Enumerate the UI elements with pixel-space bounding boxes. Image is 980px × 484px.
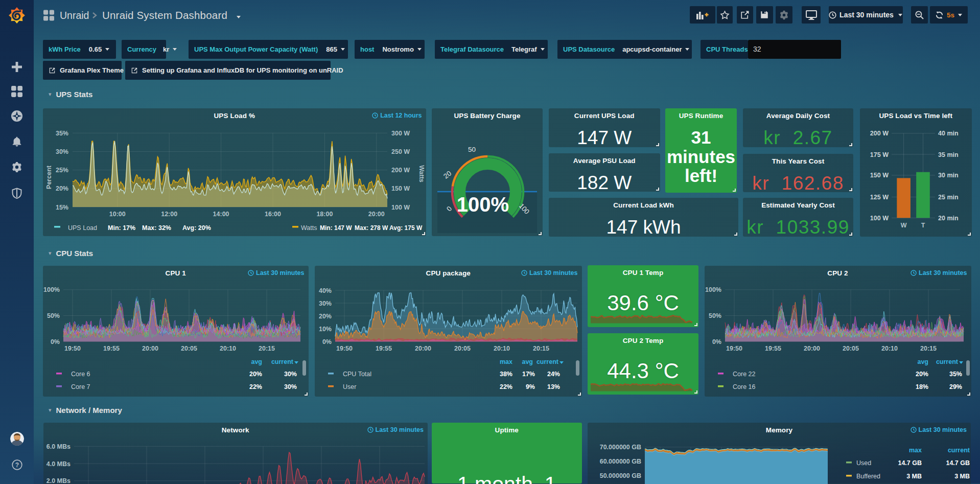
svg-text:3 MB: 3 MB <box>954 473 970 480</box>
svg-text:30%: 30% <box>284 371 297 378</box>
svg-text:70.000000 GB: 70.000000 GB <box>600 444 641 451</box>
svg-text:35%: 35% <box>56 130 68 137</box>
svg-text:0%: 0% <box>322 338 332 345</box>
svg-text:20:15: 20:15 <box>259 345 275 352</box>
svg-text:Watts: Watts <box>301 224 317 232</box>
svg-text:Avg: 175 W: Avg: 175 W <box>389 224 423 232</box>
svg-text:13%: 13% <box>547 383 560 390</box>
svg-text:Buffered: Buffered <box>856 473 880 480</box>
svg-text:Core 6: Core 6 <box>71 371 90 378</box>
svg-text:125 W: 125 W <box>870 194 889 201</box>
svg-text:175 W: 175 W <box>870 151 889 158</box>
svg-text:4.0 MBs: 4.0 MBs <box>46 460 70 468</box>
svg-text:Min: 17%: Min: 17% <box>108 224 135 232</box>
svg-text:Watts: Watts <box>418 165 425 182</box>
svg-text:20:05: 20:05 <box>454 345 471 352</box>
svg-text:max: max <box>909 447 922 454</box>
svg-text:22%: 22% <box>249 383 262 390</box>
svg-text:19:55: 19:55 <box>765 345 781 352</box>
svg-text:19:50: 19:50 <box>336 345 353 352</box>
svg-text:20%: 20% <box>915 371 928 378</box>
svg-text:38%: 38% <box>500 371 512 378</box>
svg-text:200 W: 200 W <box>870 130 889 137</box>
svg-text:20:00: 20:00 <box>368 211 385 218</box>
svg-text:9%: 9% <box>526 383 535 390</box>
svg-text:CPU Total: CPU Total <box>343 371 371 378</box>
svg-text:avg: avg <box>917 358 928 365</box>
svg-text:Core 22: Core 22 <box>733 371 756 378</box>
svg-text:3 MB: 3 MB <box>906 473 922 480</box>
svg-text:150 W: 150 W <box>870 172 889 179</box>
svg-text:20:00: 20:00 <box>142 345 158 352</box>
svg-text:Avg: 20%: Avg: 20% <box>182 224 211 232</box>
svg-text:20:10: 20:10 <box>881 345 898 352</box>
svg-text:?: ? <box>15 462 19 469</box>
svg-text:Core 16: Core 16 <box>733 383 756 390</box>
svg-text:22%: 22% <box>500 383 512 390</box>
svg-text:20:15: 20:15 <box>920 345 937 352</box>
svg-text:19:50: 19:50 <box>726 345 742 352</box>
svg-text:40 min: 40 min <box>938 130 959 137</box>
svg-text:10:00: 10:00 <box>109 211 126 218</box>
svg-text:20:15: 20:15 <box>533 345 549 352</box>
svg-text:Core 7: Core 7 <box>71 383 90 390</box>
svg-text:20:05: 20:05 <box>843 345 859 352</box>
svg-text:16:00: 16:00 <box>265 211 281 218</box>
svg-text:avg: avg <box>251 358 262 365</box>
svg-text:50: 50 <box>468 146 476 153</box>
svg-text:19:55: 19:55 <box>376 345 392 352</box>
svg-text:19:55: 19:55 <box>103 345 120 352</box>
svg-text:100%: 100% <box>457 193 509 216</box>
svg-text:30%: 30% <box>56 148 68 155</box>
svg-text:20:10: 20:10 <box>494 345 510 352</box>
svg-text:0%: 0% <box>712 338 721 345</box>
svg-text:20:10: 20:10 <box>220 345 236 352</box>
svg-text:20%: 20% <box>249 371 262 378</box>
svg-text:Max: 32%: Max: 32% <box>142 224 171 232</box>
svg-text:100 W: 100 W <box>870 215 889 222</box>
svg-text:100 W: 100 W <box>391 204 410 211</box>
svg-text:2.0 MBs: 2.0 MBs <box>46 477 70 484</box>
svg-text:250 W: 250 W <box>391 148 410 155</box>
svg-text:35 min: 35 min <box>938 151 959 158</box>
svg-text:20:00: 20:00 <box>415 345 431 352</box>
svg-text:20: 20 <box>442 169 453 180</box>
svg-text:60.000000 GB: 60.000000 GB <box>600 458 641 465</box>
svg-text:Percent: Percent <box>45 165 53 189</box>
svg-text:18:00: 18:00 <box>316 211 333 218</box>
svg-text:50%: 50% <box>708 312 721 319</box>
svg-text:300 W: 300 W <box>391 130 410 137</box>
svg-text:29%: 29% <box>949 383 962 390</box>
svg-text:35%: 35% <box>949 371 962 378</box>
svg-text:6.0 MBs: 6.0 MBs <box>46 443 70 450</box>
svg-text:30 min: 30 min <box>938 172 959 179</box>
svg-text:14.7 GB: 14.7 GB <box>898 459 922 467</box>
svg-text:max: max <box>500 358 512 365</box>
svg-text:20%: 20% <box>56 185 68 192</box>
svg-text:200 W: 200 W <box>391 167 410 174</box>
svg-text:50%: 50% <box>47 312 60 319</box>
svg-text:12:00: 12:00 <box>161 211 177 218</box>
svg-text:18%: 18% <box>915 383 928 390</box>
svg-text:25 min: 25 min <box>938 194 959 201</box>
svg-text:100%: 100% <box>43 286 60 293</box>
svg-text:19:50: 19:50 <box>64 345 81 352</box>
svg-text:30%: 30% <box>319 300 332 307</box>
svg-text:40%: 40% <box>319 287 332 294</box>
svg-text:25%: 25% <box>56 167 68 174</box>
svg-text:Min: 147 W: Min: 147 W <box>320 224 352 232</box>
svg-text:Max: 278 W: Max: 278 W <box>355 224 388 232</box>
svg-text:20:05: 20:05 <box>181 345 197 352</box>
svg-text:20:00: 20:00 <box>804 345 820 352</box>
svg-text:150 W: 150 W <box>391 185 410 192</box>
svg-text:current: current <box>271 358 294 365</box>
svg-text:15%: 15% <box>56 204 68 211</box>
svg-text:avg: avg <box>522 358 533 365</box>
svg-text:0%: 0% <box>51 338 60 345</box>
svg-text:14:00: 14:00 <box>213 211 229 218</box>
svg-text:17%: 17% <box>522 371 535 378</box>
svg-text:current: current <box>948 447 970 454</box>
svg-text:UPS Load: UPS Load <box>68 224 97 232</box>
svg-text:current: current <box>936 358 958 365</box>
svg-text:User: User <box>343 383 356 390</box>
